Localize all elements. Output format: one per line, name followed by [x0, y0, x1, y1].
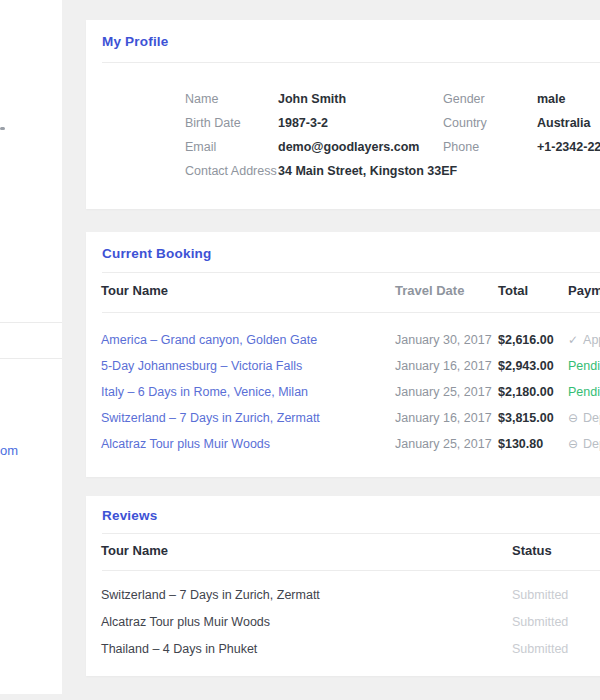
reviews-title: Reviews — [102, 508, 157, 523]
total-amount: $2,943.00 — [498, 353, 554, 379]
total-amount: $130.80 — [498, 431, 543, 457]
booking-header-tour: Tour Name — [101, 282, 168, 300]
booking-title: Current Booking — [102, 246, 212, 261]
field-value: 1987-3-2 — [278, 114, 328, 132]
travel-date: January 30, 2017 — [395, 327, 492, 353]
travel-date: January 16, 2017 — [395, 405, 492, 431]
payment-status-label: Pending — [568, 385, 600, 399]
tour-link[interactable]: Switzerland – 7 Days in Zurich, Zermatt — [101, 411, 320, 425]
field-value: +1-2342-2234 — [537, 138, 600, 156]
review-row: Thailand – 4 Days in Phuket Submitted — [86, 636, 600, 663]
reviews-card: Reviews Tour Name Status Switzerland – 7… — [86, 496, 600, 676]
booking-header-payment: Payment — [568, 282, 600, 300]
payment-status: Pending — [568, 353, 600, 379]
review-tour-name: Switzerland – 7 Days in Zurich, Zermatt — [101, 582, 320, 608]
circled-minus-icon: ⊖ — [568, 431, 578, 457]
booking-row: America – Grand canyon, Golden Gate Janu… — [86, 327, 600, 353]
field-label: Birth Date — [185, 114, 241, 132]
review-status: Submitted — [512, 609, 568, 635]
divider — [102, 533, 600, 534]
profile-title: My Profile — [102, 34, 169, 49]
booking-header-total: Total — [498, 282, 528, 300]
review-status: Submitted — [512, 582, 568, 608]
payment-status-label: Deposit Paid — [583, 437, 600, 451]
payment-status: ✓Approved — [568, 327, 600, 353]
check-icon: ✓ — [568, 327, 578, 353]
field-value: male — [537, 90, 566, 108]
payment-status: ⊖Deposit Paid — [568, 405, 600, 431]
left-sidebar-panel: om — [0, 0, 62, 694]
field-label: Gender — [443, 90, 485, 108]
review-tour-name: Alcatraz Tour plus Muir Woods — [101, 609, 270, 635]
divider — [0, 358, 62, 359]
divider — [102, 312, 600, 313]
travel-date: January 25, 2017 — [395, 379, 492, 405]
field-label: Name — [185, 90, 218, 108]
booking-row: 5-Day Johannesburg – Victoria Falls Janu… — [86, 353, 600, 379]
review-status: Submitted — [512, 636, 568, 662]
review-row: Alcatraz Tour plus Muir Woods Submitted — [86, 609, 600, 636]
cut-email-link[interactable]: om — [0, 443, 18, 458]
payment-status: ⊖Deposit Paid — [568, 431, 600, 457]
divider — [102, 570, 600, 571]
field-label: Contact Address — [185, 162, 277, 180]
field-value: 34 Main Street, Kingston 33EF — [278, 162, 457, 180]
reviews-header-status: Status — [512, 542, 552, 560]
total-amount: $2,616.00 — [498, 327, 554, 353]
travel-date: January 25, 2017 — [395, 431, 492, 457]
field-label: Email — [185, 138, 216, 156]
field-value: John Smith — [278, 90, 346, 108]
circled-minus-icon: ⊖ — [568, 405, 578, 431]
total-amount: $2,180.00 — [498, 379, 554, 405]
cut-text-fragment — [0, 127, 5, 130]
payment-status-label: Deposit Paid — [583, 411, 600, 425]
tour-link[interactable]: Alcatraz Tour plus Muir Woods — [101, 437, 270, 451]
field-value: demo@goodlayers.com — [278, 138, 419, 156]
avatar — [102, 83, 162, 143]
reviews-header-tour: Tour Name — [101, 542, 168, 560]
travel-date: January 16, 2017 — [395, 353, 492, 379]
payment-status-label: Pending — [568, 359, 600, 373]
payment-status: Pending — [568, 379, 600, 405]
review-tour-name: Thailand – 4 Days in Phuket — [101, 636, 257, 662]
field-label: Country — [443, 114, 487, 132]
tour-link[interactable]: Italy – 6 Days in Rome, Venice, Milan — [101, 385, 308, 399]
tour-link[interactable]: America – Grand canyon, Golden Gate — [101, 333, 317, 347]
my-profile-card: My Profile Name John Smith Birth Date 19… — [86, 20, 600, 209]
payment-status-label: Approved — [583, 333, 600, 347]
tour-link[interactable]: 5-Day Johannesburg – Victoria Falls — [101, 359, 302, 373]
divider — [102, 62, 600, 63]
review-row: Switzerland – 7 Days in Zurich, Zermatt … — [86, 582, 600, 609]
current-booking-card: Current Booking Tour Name Travel Date To… — [86, 232, 600, 477]
booking-row: Alcatraz Tour plus Muir Woods January 25… — [86, 431, 600, 457]
booking-row: Switzerland – 7 Days in Zurich, Zermatt … — [86, 405, 600, 431]
field-value: Australia — [537, 114, 591, 132]
total-amount: $3,815.00 — [498, 405, 554, 431]
divider — [0, 322, 62, 323]
booking-row: Italy – 6 Days in Rome, Venice, Milan Ja… — [86, 379, 600, 405]
field-label: Phone — [443, 138, 479, 156]
divider — [102, 272, 600, 273]
booking-header-date: Travel Date — [395, 282, 464, 300]
